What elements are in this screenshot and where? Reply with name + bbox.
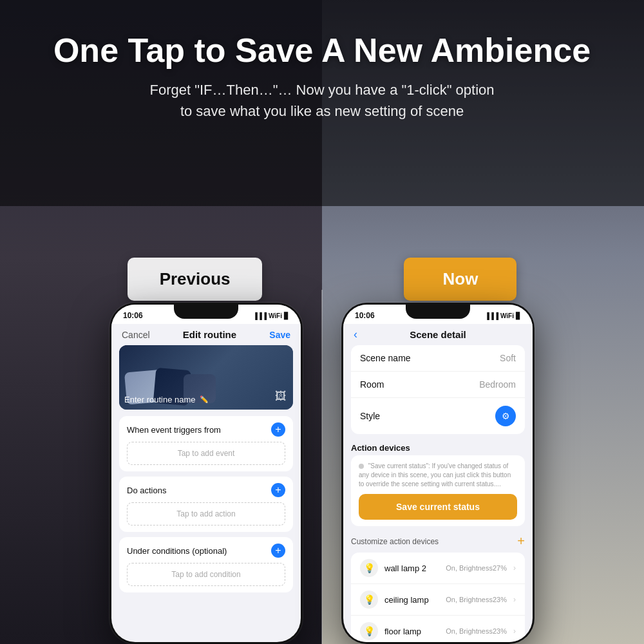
main-title: One Tap to Save A New Ambience — [26, 32, 618, 69]
device-row-wall-lamp: 💡 wall lamp 2 On, Brightness27% › — [351, 553, 525, 584]
customize-row: Customize action devices + — [343, 530, 533, 553]
ceiling-lamp-chevron[interactable]: › — [513, 595, 516, 604]
phones-container: 10:06 ▐▐▐ WiFi ▊ Cancel Edit routine Sav… — [0, 303, 644, 644]
when-section-header: When event triggers from + — [127, 422, 285, 437]
room-row: Room Bedroom — [351, 372, 525, 398]
edit-icon: ✏️ — [200, 395, 209, 404]
now-button[interactable]: Now — [404, 258, 516, 301]
style-icon[interactable]: ⚙ — [495, 406, 516, 426]
left-phone: 10:06 ▐▐▐ WiFi ▊ Cancel Edit routine Sav… — [109, 303, 303, 644]
floor-lamp-icon: 💡 — [360, 622, 378, 640]
when-section: When event triggers from + Tap to add ev… — [119, 416, 293, 471]
left-phone-inner: 10:06 ▐▐▐ WiFi ▊ Cancel Edit routine Sav… — [111, 305, 301, 642]
routine-name-input[interactable]: Enter routine name ✏️ — [124, 395, 209, 404]
wifi-icon-right: WiFi — [500, 312, 514, 319]
device-row-floor-lamp: 💡 floor lamp On, Brightness23% › — [351, 616, 525, 642]
wifi-icon-left: WiFi — [269, 312, 282, 319]
room-label: Room — [360, 379, 384, 390]
conditions-label: Under conditions (optional) — [127, 546, 227, 556]
style-row: Style ⚙ — [351, 398, 525, 434]
wall-lamp-name: wall lamp 2 — [384, 564, 439, 573]
notch-right — [406, 305, 470, 319]
do-actions-placeholder[interactable]: Tap to add action — [127, 502, 285, 526]
save-status-section: "Save current status": If you've changed… — [351, 455, 525, 526]
sub-title: Forget "IF…Then…"… Now you have a "1-cli… — [26, 79, 618, 122]
customize-add-button[interactable]: + — [517, 534, 525, 549]
floor-lamp-chevron[interactable]: › — [513, 627, 516, 636]
nav-title-right: Scene detail — [410, 329, 466, 340]
back-button-right[interactable]: ‹ — [354, 328, 357, 341]
when-label: When event triggers from — [127, 425, 221, 435]
customize-label: Customize action devices — [351, 537, 439, 546]
scene-name-value: Soft — [500, 353, 516, 363]
wall-lamp-status: On, Brightness27% — [446, 564, 507, 572]
right-phone-inner: 10:06 ▐▐▐ WiFi ▊ ‹ Scene detail Scene na… — [343, 305, 533, 642]
nav-bar-right: ‹ Scene detail — [343, 324, 533, 345]
conditions-section: Under conditions (optional) + Tap to add… — [119, 537, 293, 592]
right-phone: 10:06 ▐▐▐ WiFi ▊ ‹ Scene detail Scene na… — [341, 303, 535, 644]
previous-button[interactable]: Previous — [128, 258, 263, 301]
conditions-header: Under conditions (optional) + — [127, 544, 285, 558]
do-actions-label: Do actions — [127, 486, 166, 495]
notch-left — [174, 305, 238, 319]
scene-name-label: Scene name — [360, 353, 411, 363]
do-actions-section: Do actions + Tap to add action — [119, 477, 293, 532]
battery-icon-right: ▊ — [516, 312, 521, 319]
status-icons-right: ▐▐▐ WiFi ▊ — [485, 312, 521, 319]
action-devices-header: Action devices — [343, 438, 533, 455]
when-add-button[interactable]: + — [271, 422, 285, 437]
wall-lamp-chevron[interactable]: › — [513, 564, 516, 573]
do-actions-add-button[interactable]: + — [271, 483, 285, 497]
ceiling-lamp-name: ceiling lamp — [384, 595, 439, 605]
battery-icon-left: ▊ — [284, 312, 289, 319]
scene-detail-card: Scene name Soft Room Bedroom Style ⚙ — [351, 345, 525, 434]
device-list: 💡 wall lamp 2 On, Brightness27% › 💡 ceil… — [351, 553, 525, 642]
signal-icon-left: ▐▐▐ — [253, 312, 267, 319]
floor-lamp-status: On, Brightness23% — [446, 627, 507, 635]
save-current-button[interactable]: Save current status — [359, 494, 517, 520]
wall-lamp-icon: 💡 — [360, 559, 378, 577]
style-label: Style — [360, 411, 380, 421]
nav-title-left: Edit routine — [183, 329, 236, 340]
image-icon-area[interactable]: 🖼 — [275, 390, 287, 403]
radio-dot — [359, 464, 364, 469]
ceiling-lamp-status: On, Brightness23% — [446, 596, 507, 603]
when-placeholder[interactable]: Tap to add event — [127, 442, 285, 465]
title-section: One Tap to Save A New Ambience Forget "I… — [0, 32, 644, 122]
time-left: 10:06 — [123, 311, 143, 320]
nav-bar-left: Cancel Edit routine Save — [111, 324, 301, 345]
floor-lamp-name: floor lamp — [384, 627, 439, 636]
routine-image-area: Enter routine name ✏️ 🖼 — [119, 345, 293, 410]
save-button-left[interactable]: Save — [269, 330, 290, 340]
scene-name-row: Scene name Soft — [351, 345, 525, 372]
routine-name-text: Enter routine name — [124, 395, 196, 404]
status-icons-left: ▐▐▐ WiFi ▊ — [253, 312, 289, 319]
conditions-placeholder[interactable]: Tap to add condition — [127, 563, 285, 586]
cancel-button-left[interactable]: Cancel — [122, 330, 150, 340]
save-hint-text: "Save current status": If you've changed… — [359, 462, 511, 488]
room-value: Bedroom — [479, 379, 516, 390]
signal-icon-right: ▐▐▐ — [485, 312, 498, 319]
do-actions-header: Do actions + — [127, 483, 285, 497]
time-right: 10:06 — [355, 311, 375, 320]
save-hint: "Save current status": If you've changed… — [359, 462, 517, 489]
device-row-ceiling-lamp: 💡 ceiling lamp On, Brightness23% › — [351, 584, 525, 616]
ceiling-lamp-icon: 💡 — [360, 591, 378, 609]
conditions-add-button[interactable]: + — [271, 544, 285, 558]
